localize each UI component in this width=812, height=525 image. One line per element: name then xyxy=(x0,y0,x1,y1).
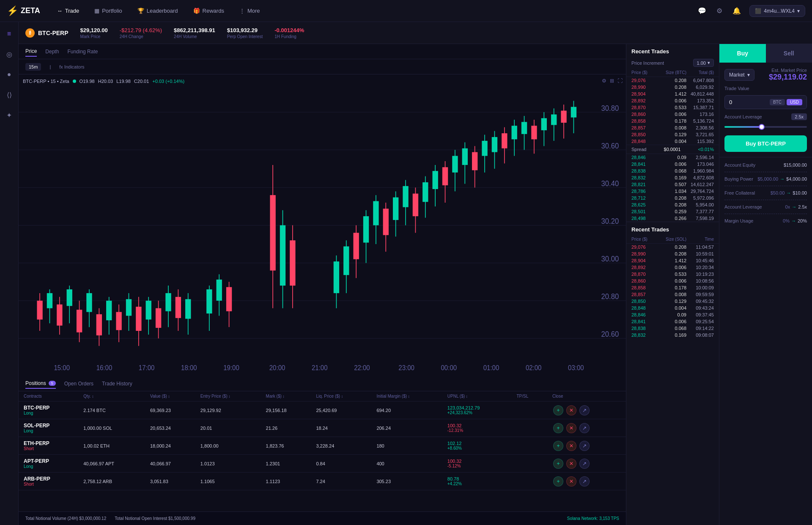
list-item: 28,7120.2085,972.096 xyxy=(626,195,719,201)
list-item: 28,9041.41210:45:46 xyxy=(626,257,719,264)
list-item: 28,8920.006173.352 xyxy=(626,97,719,104)
col-qty[interactable]: Qty. xyxy=(78,391,145,401)
position-actions: + ✕ ↗ xyxy=(547,401,626,419)
increment-selector[interactable]: 1.00 ▾ xyxy=(693,59,714,67)
close-position-button[interactable]: ✕ xyxy=(566,423,576,433)
nav-more[interactable]: ⋮ More xyxy=(233,4,267,17)
svg-rect-104 xyxy=(551,114,557,125)
logo: ⚡ ZETA xyxy=(7,5,40,16)
close-position-button[interactable]: ✕ xyxy=(566,459,576,469)
discord-icon[interactable]: 💬 xyxy=(696,5,708,16)
add-margin-button[interactable]: + xyxy=(553,405,563,415)
svg-rect-94 xyxy=(502,133,507,148)
ticker-pair[interactable]: ₿ BTC-PERP xyxy=(25,28,69,38)
leverage-thumb[interactable] xyxy=(759,124,765,130)
buy-btn-main[interactable]: Buy BTC-PERP xyxy=(724,135,807,152)
position-contract: SOL-PERP Long xyxy=(19,419,78,437)
share-position-button[interactable]: ↗ xyxy=(579,423,590,433)
nav-rewards[interactable]: 🎁 Rewards xyxy=(187,4,231,17)
svg-rect-66 xyxy=(363,216,369,242)
close-position-button[interactable]: ✕ xyxy=(566,441,576,451)
sell-tab[interactable]: Sell xyxy=(766,44,812,63)
add-margin-button[interactable]: + xyxy=(553,423,563,433)
sidebar-item-btc[interactable]: ● xyxy=(3,68,16,81)
oi-value: $103,932.29 xyxy=(227,27,263,33)
sidebar-item-code[interactable]: ⟨⟩ xyxy=(3,88,16,102)
wallet-chevron-icon: ▾ xyxy=(797,8,800,14)
change-value: -$212.79 (4.62%) xyxy=(120,27,162,33)
list-item: 29,0760.20811:04:57 xyxy=(626,244,719,250)
sidebar-item-markets[interactable]: ◎ xyxy=(3,47,16,61)
add-margin-button[interactable]: + xyxy=(553,459,563,469)
chart-settings-icon[interactable]: ⚙ xyxy=(602,78,606,84)
position-entry: 1,800.00 xyxy=(195,437,261,455)
list-item: 28,8210.50714,612.247 xyxy=(626,181,719,188)
share-position-button[interactable]: ↗ xyxy=(579,441,590,451)
svg-text:20.80: 20.80 xyxy=(601,292,619,301)
position-qty: 1,00.02 ETH xyxy=(78,437,145,455)
buy-sell-tabs: Buy Sell xyxy=(719,44,812,63)
mark-price-label: Mark Price xyxy=(80,34,108,39)
tab-depth[interactable]: Depth xyxy=(45,47,59,56)
currency-usd[interactable]: USD xyxy=(787,99,802,105)
buying-power-from: $5,000.00 xyxy=(757,176,778,181)
settings-icon[interactable]: ⚙ xyxy=(715,5,724,16)
share-position-button[interactable]: ↗ xyxy=(579,476,590,487)
position-margin: 305.23 xyxy=(371,473,442,490)
close-position-button[interactable]: ✕ xyxy=(566,405,576,415)
chart-expand-icon[interactable]: ⛶ xyxy=(617,78,623,84)
candle-l: L19.98 xyxy=(116,79,131,84)
buy-tab[interactable]: Buy xyxy=(719,44,766,63)
list-item: 28,8480.004115.392 xyxy=(626,138,719,145)
col-entry-price[interactable]: Entry Price ($) xyxy=(195,391,261,401)
nav-leaderboard[interactable]: 🏆 Leaderboard xyxy=(131,4,185,17)
tab-open-orders[interactable]: Open Orders xyxy=(64,379,93,388)
close-position-button[interactable]: ✕ xyxy=(566,476,576,487)
mark-price-value: $29,120.00 xyxy=(80,27,108,33)
col-liq-price[interactable]: Liq. Price ($) xyxy=(311,391,371,401)
currency-btc[interactable]: BTC xyxy=(770,99,785,105)
col-value[interactable]: Value ($) xyxy=(145,391,195,401)
notifications-icon[interactable]: 🔔 xyxy=(731,5,743,16)
list-item: 28,8380.06809:14:22 xyxy=(626,325,719,332)
svg-rect-34 xyxy=(126,299,132,316)
list-item: 28,5010.2597,377.77 xyxy=(626,208,719,215)
logo-text: ZETA xyxy=(21,6,40,15)
svg-rect-46 xyxy=(185,299,191,319)
chart-layout-icon[interactable]: ⊞ xyxy=(610,78,614,84)
list-item: 28,8570.00809:59:59 xyxy=(626,291,719,298)
col-upnl[interactable]: UPNL ($) xyxy=(442,391,512,401)
wallet-button[interactable]: ⬛ 4m4u...WXL4 ▾ xyxy=(749,5,805,17)
col-mark[interactable]: Mark ($) xyxy=(261,391,311,401)
share-position-button[interactable]: ↗ xyxy=(579,459,590,469)
sidebar-item-star[interactable]: ✦ xyxy=(3,108,16,122)
trade-value-input[interactable]: 0 BTC USD xyxy=(724,95,807,109)
indicators-button[interactable]: fx Indicators xyxy=(59,64,84,69)
svg-text:19:00: 19:00 xyxy=(223,364,239,371)
add-margin-button[interactable]: + xyxy=(553,476,563,487)
leverage-slider[interactable] xyxy=(724,123,807,131)
account-leverage-val-label: Account Leverage xyxy=(724,204,762,209)
rewards-icon: 🎁 xyxy=(193,8,200,14)
sidebar-item-trade[interactable]: ≡ xyxy=(3,27,16,41)
list-item: 28,8600.006173.16 xyxy=(626,111,719,118)
leverage-track xyxy=(724,126,807,128)
col-initial-margin[interactable]: Initial Margin ($) xyxy=(371,391,442,401)
position-upnl: 100.32 -5.12% xyxy=(442,455,512,473)
svg-rect-86 xyxy=(462,148,468,165)
tab-positions[interactable]: Positions 5 xyxy=(25,379,56,389)
add-margin-button[interactable]: + xyxy=(553,441,563,451)
tab-price[interactable]: Price xyxy=(25,47,37,57)
buying-power-row: Buying Power $5,000.00 → $4,000.00 xyxy=(724,176,807,181)
nav-trade[interactable]: ↔ Trade xyxy=(50,4,86,17)
position-mark: 1.1123 xyxy=(261,473,311,490)
timeframe-15m[interactable]: 15m xyxy=(25,63,41,71)
list-item: 29,0760.2086,047.808 xyxy=(626,77,719,84)
tab-trade-history[interactable]: Trade History xyxy=(102,379,132,388)
footer-bar: Total Notional Volume (24H) $3,000,000.1… xyxy=(19,511,626,525)
col-contracts: Contracts xyxy=(19,391,78,401)
nav-portfolio[interactable]: ▦ Portfolio xyxy=(88,4,129,17)
tab-funding-rate[interactable]: Funding Rate xyxy=(67,47,98,56)
share-position-button[interactable]: ↗ xyxy=(579,405,590,415)
order-type-selector[interactable]: Market ▾ xyxy=(724,69,754,81)
